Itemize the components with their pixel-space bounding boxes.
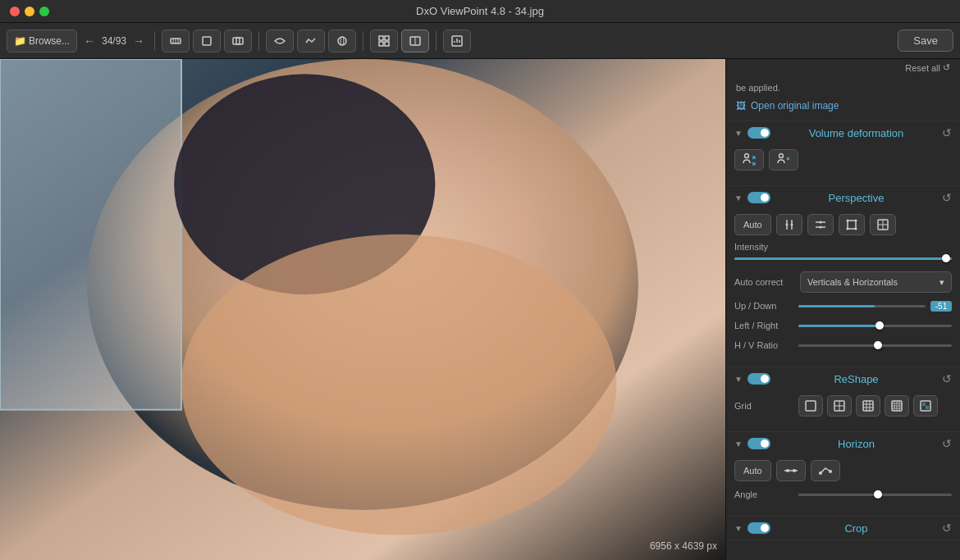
image-display [0, 59, 725, 560]
intensity-row: Intensity [734, 242, 952, 265]
divider-2 [258, 31, 259, 51]
nav-controls: ← 34/93 → [80, 33, 148, 49]
open-original-button[interactable]: 🖼 Open original image [736, 98, 839, 114]
divider-1 [154, 31, 155, 51]
crop-toggle[interactable] [747, 522, 770, 534]
divider-4 [436, 31, 437, 51]
horizon-header[interactable]: ▼ Horizon ↺ [726, 432, 960, 455]
person-expand-button[interactable] [734, 149, 764, 171]
reshape-reset-button[interactable]: ↺ [942, 372, 952, 385]
horizon-reset-button[interactable]: ↺ [942, 437, 952, 450]
straighten-button[interactable] [162, 30, 190, 52]
horiz-lines-button[interactable] [807, 214, 834, 235]
auto-correct-dropdown[interactable]: Verticals & Horizontals ▾ [800, 271, 952, 293]
perspective-btn-row: Auto [734, 214, 952, 235]
grid-3x3-button[interactable] [856, 395, 880, 417]
crop-button[interactable] [193, 30, 221, 52]
horizon-auto-button[interactable]: Auto [734, 460, 771, 481]
horizon-tilt-button[interactable] [811, 460, 840, 481]
up-down-row: Up / Down -51 [734, 299, 952, 312]
person-expand-icon [741, 153, 757, 167]
maximize-button[interactable] [39, 7, 49, 16]
browse-button[interactable]: 📁 Browse... [7, 30, 77, 52]
vert-lines-button[interactable] [776, 214, 802, 235]
split-icon [409, 34, 422, 48]
prev-button[interactable]: ← [80, 33, 98, 49]
horizon-line-button[interactable] [776, 460, 806, 481]
reset-all-button[interactable]: Reset all ↺ [905, 62, 950, 73]
reshape-toggle[interactable] [747, 373, 770, 385]
svg-point-37 [854, 220, 857, 222]
grid-button[interactable] [370, 30, 398, 52]
svg-rect-61 [926, 406, 929, 409]
histogram-button[interactable] [443, 30, 471, 52]
perspective-toggle[interactable] [747, 192, 770, 203]
svg-point-66 [829, 470, 832, 473]
left-right-label: Left / Right [734, 321, 793, 330]
crop-title: Crop [775, 522, 937, 535]
horizon-arrow-icon: ▼ [734, 439, 743, 448]
svg-rect-10 [385, 36, 389, 40]
auto-correct-value: Verticals & Horizontals [807, 277, 898, 287]
minimize-button[interactable] [25, 7, 34, 16]
grid-1x1-button[interactable] [798, 395, 823, 417]
grid-mask-button[interactable] [913, 395, 938, 417]
image-canvas[interactable] [0, 59, 725, 560]
person-compress-icon [775, 153, 792, 167]
volume-deformation-header[interactable]: ▼ Volume deformation ↺ [726, 121, 960, 144]
perspective-header[interactable]: ▼ Perspective ↺ [726, 186, 960, 209]
horizon-content: Auto [726, 455, 960, 516]
reshape-content: Grid [726, 390, 960, 431]
crop-reset-button[interactable]: ↺ [942, 521, 952, 535]
title-bar: DxO ViewPoint 4.8 - 34.jpg [0, 0, 960, 23]
perspective-content: Auto [726, 209, 960, 367]
grid-3x3-icon [862, 399, 875, 412]
svg-point-33 [819, 221, 821, 224]
volume-reset-button[interactable]: ↺ [942, 126, 952, 139]
nav-counter: 34/93 [102, 35, 126, 47]
close-button[interactable] [10, 7, 20, 16]
volume-button[interactable] [328, 30, 356, 52]
hv-ratio-slider[interactable] [798, 339, 952, 352]
horizon-section: ▼ Horizon ↺ Auto [726, 432, 960, 517]
intensity-slider[interactable] [734, 252, 952, 265]
window-controls[interactable] [10, 7, 49, 16]
reshape-header[interactable]: ▼ ReShape ↺ [726, 367, 960, 390]
horizon-toggle[interactable] [747, 438, 770, 449]
svg-point-64 [793, 469, 796, 472]
horizon-button[interactable] [297, 30, 325, 52]
crop-ratio-button[interactable] [224, 30, 252, 52]
image-area[interactable]: 6956 x 4639 px [0, 59, 725, 560]
crop-header[interactable]: ▼ Crop ↺ [726, 517, 960, 540]
svg-point-29 [785, 224, 788, 226]
grid-1x1-icon [804, 399, 817, 412]
grid-4x4-button[interactable] [885, 395, 909, 417]
svg-point-7 [338, 37, 346, 45]
perspective-reset-button[interactable]: ↺ [942, 191, 952, 204]
distortion-button[interactable] [266, 30, 294, 52]
notice-text: be applied. [736, 83, 950, 93]
next-button[interactable]: → [130, 33, 148, 49]
rectangle-button[interactable] [839, 214, 865, 235]
horizon-line-icon [783, 465, 799, 476]
up-down-slider[interactable] [798, 299, 926, 312]
right-panel: Reset all ↺ be applied. 🖼 Open original … [725, 59, 960, 560]
left-right-slider[interactable] [798, 319, 952, 332]
auto-button[interactable]: Auto [734, 214, 771, 235]
person-compress-button[interactable] [769, 149, 798, 171]
rectangle-icon [845, 218, 858, 231]
svg-rect-9 [379, 36, 383, 40]
svg-point-24 [181, 234, 616, 535]
volume-toggle[interactable] [747, 127, 770, 139]
grid-lines-button[interactable] [870, 214, 896, 235]
angle-slider[interactable] [798, 488, 952, 501]
svg-rect-35 [848, 221, 856, 229]
main-content: 6956 x 4639 px Reset all ↺ be applied. 🖼… [0, 59, 960, 560]
panel-notice-area: be applied. 🖼 Open original image [726, 76, 960, 121]
svg-rect-47 [863, 401, 873, 411]
window-title: DxO ViewPoint 4.8 - 34.jpg [416, 5, 544, 17]
svg-point-65 [819, 471, 822, 475]
save-button[interactable]: Save [898, 30, 953, 52]
grid-2x2-button[interactable] [827, 395, 852, 417]
split-view-button[interactable] [401, 30, 429, 52]
